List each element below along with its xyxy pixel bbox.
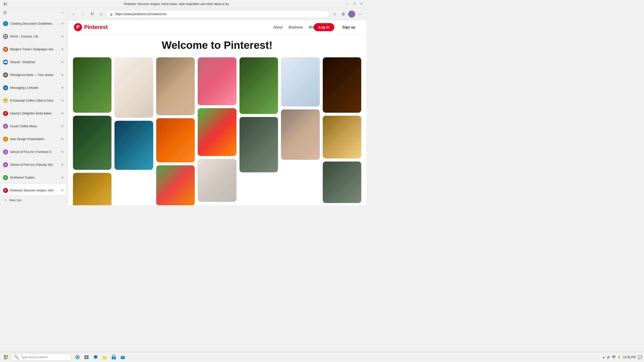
pin-card[interactable] — [114, 121, 153, 170]
pin-card[interactable] — [156, 165, 195, 205]
new-tab-button[interactable]: ＋ New tab — [1, 196, 67, 204]
business-link[interactable]: Business — [289, 25, 303, 29]
tab-item[interactable]: Shared - OneDrive✕ — [1, 56, 67, 68]
tab-close-button[interactable]: ✕ — [60, 124, 65, 129]
tab-close-button[interactable]: ✕ — [60, 86, 65, 90]
tab-close-button[interactable]: ✕ — [60, 111, 65, 116]
tab-item[interactable]: MMargie's Travel | Galapagos Isla✕ — [1, 43, 67, 56]
new-tab-label: New tab — [9, 198, 21, 202]
tab-item[interactable]: ANew Design Presentation✕ — [1, 133, 67, 145]
tab-item[interactable]: NNorthwind Traders✕ — [1, 171, 67, 184]
tab-close-button[interactable]: ✕ — [60, 73, 65, 77]
pin-card[interactable] — [323, 116, 361, 158]
tab-close-button[interactable]: ✕ — [60, 60, 65, 64]
pin-card[interactable] — [239, 57, 278, 114]
tab-close-button[interactable]: ✕ — [60, 188, 65, 193]
pin-card[interactable] — [198, 159, 236, 202]
tab-item[interactable]: WWoodgrove Bank — Your sessio✕ — [1, 69, 67, 81]
window-controls: — ❐ ✕ — [345, 2, 364, 7]
pinterest-logo[interactable]: P Pinterest — [74, 23, 108, 31]
address-bar[interactable]: 🔒 https://www.pinterest.com/welcome — [106, 10, 330, 18]
tab-item[interactable]: PLiberty's Delightful Sinful Baker✕ — [1, 107, 67, 120]
sidebar-menu-icon[interactable]: ☰ — [2, 10, 8, 16]
profile-avatar[interactable] — [348, 11, 355, 18]
tab-item[interactable]: CCreating Discussion Guidelines✕ — [1, 17, 67, 30]
forward-button[interactable]: → — [79, 10, 87, 18]
pin-card[interactable] — [239, 117, 278, 172]
sidebar-close-button[interactable]: ‹ — [60, 10, 66, 16]
minimize-button[interactable]: — — [345, 2, 350, 7]
tab-close-button[interactable]: ✕ — [60, 163, 65, 167]
tab-item[interactable]: Home - Contoso, Ltd✕ — [1, 30, 67, 43]
svg-rect-0 — [4, 3, 5, 6]
tab-title: School of Fine Art | Furniture D — [10, 150, 60, 154]
tab-favicon: A — [3, 162, 8, 167]
pinterest-nav-links: About Business Blog — [273, 25, 316, 29]
back-button[interactable]: ← — [70, 10, 78, 18]
svg-rect-1 — [6, 3, 7, 6]
pin-card[interactable] — [73, 57, 111, 113]
tab-favicon — [3, 34, 8, 39]
pinterest-brand-name: Pinterest — [84, 24, 108, 30]
pin-column-3 — [156, 57, 195, 205]
tab-favicon: P — [3, 188, 8, 193]
tab-favicon: A — [3, 124, 8, 129]
pin-card[interactable] — [114, 57, 153, 118]
pin-card[interactable] — [323, 162, 361, 203]
window-title: Pinterest: Discover recipes, home ideas,… — [9, 2, 345, 6]
tab-close-button[interactable]: ✕ — [60, 47, 65, 52]
home-button[interactable]: ⌂ — [97, 10, 105, 18]
tab-title: Shared - OneDrive — [10, 60, 60, 64]
tab-item[interactable]: ASchool of Fine Art | Falculty Sho✕ — [1, 158, 67, 171]
favorites-icon[interactable]: ☆ — [331, 10, 339, 18]
tab-close-button[interactable]: ✕ — [60, 21, 65, 26]
tab-close-button[interactable]: ✕ — [60, 34, 65, 39]
pin-card[interactable] — [281, 57, 319, 106]
tab-title: Margie's Travel | Galapagos Isla — [10, 48, 60, 51]
refresh-button[interactable]: ↻ — [88, 10, 96, 18]
tab-title: Liberty's Delightful Sinful Baker — [10, 112, 60, 115]
pin-card[interactable] — [156, 118, 195, 162]
tab-close-button[interactable]: ✕ — [60, 98, 65, 103]
sidebar-toggle-icon[interactable] — [3, 1, 9, 7]
collections-icon[interactable]: ⊕ — [339, 10, 347, 18]
pin-card[interactable] — [198, 57, 236, 105]
pin-card[interactable] — [73, 173, 111, 205]
sidebar-header: ☰ ‹ — [0, 8, 68, 17]
blog-link[interactable]: Blog — [309, 25, 316, 29]
page-content: P Pinterest About Business Blog Log in S… — [68, 20, 366, 205]
pin-card[interactable] — [198, 108, 236, 156]
more-button[interactable]: ⋯ — [356, 10, 364, 18]
about-link[interactable]: About — [273, 25, 283, 29]
tab-item[interactable]: PPinterest: Discover recipes, hom✕ — [1, 184, 67, 195]
close-button[interactable]: ✕ — [359, 2, 364, 7]
tab-favicon: P — [3, 111, 8, 116]
tab-item[interactable]: ASchool of Fine Art | Furniture D✕ — [1, 146, 67, 158]
pin-grid — [73, 57, 361, 205]
tab-title: Northwind Traders — [10, 176, 60, 179]
tab-close-button[interactable]: ✕ — [60, 150, 65, 154]
tab-item[interactable]: AFourth Coffee Menu✕ — [1, 120, 67, 133]
account-icon[interactable] — [348, 10, 356, 18]
maximize-button[interactable]: ❐ — [352, 2, 357, 7]
tab-title: Creating Discussion Guidelines — [10, 22, 60, 25]
tab-title: Messaging | Linkedin — [10, 86, 60, 90]
pin-column-2 — [114, 57, 153, 205]
pinterest-body: Welcome to Pinterest! — [68, 34, 366, 205]
tab-title: New Design Presentation — [10, 137, 60, 141]
pin-card[interactable] — [281, 109, 319, 160]
pin-card[interactable] — [156, 57, 195, 115]
pin-column-5 — [239, 57, 278, 205]
pin-card[interactable] — [323, 57, 361, 113]
navigation-bar: ← → ↻ ⌂ 🔒 https://www.pinterest.com/welc… — [68, 8, 366, 20]
login-button[interactable]: Log in — [314, 23, 334, 31]
tab-close-button[interactable]: ✕ — [60, 137, 65, 141]
signup-button[interactable]: Sign up — [337, 23, 360, 31]
tab-close-button[interactable]: ✕ — [60, 175, 65, 180]
tab-item[interactable]: ☕9 Essential Coffee Cafes in Dow✕ — [1, 94, 67, 107]
tab-favicon: ☕ — [3, 98, 8, 103]
pin-column-4 — [198, 57, 236, 205]
tab-item[interactable]: inMessaging | Linkedin✕ — [1, 82, 67, 94]
pin-card[interactable] — [73, 116, 111, 170]
tab-favicon: N — [3, 175, 8, 180]
